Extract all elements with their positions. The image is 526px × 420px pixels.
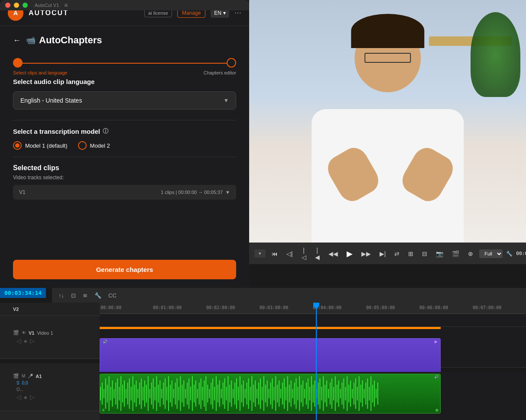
svg-rect-18 <box>131 387 132 400</box>
select-tool[interactable]: ⊡ <box>69 291 78 300</box>
svg-rect-93 <box>258 383 259 405</box>
svg-rect-7 <box>112 381 113 407</box>
glasses <box>364 53 411 63</box>
video-frame <box>249 0 526 242</box>
svg-rect-123 <box>309 387 310 400</box>
svg-rect-6 <box>110 387 111 400</box>
v2-track-content <box>100 314 526 327</box>
v1-track-content: ▶ 🔊 <box>100 327 526 368</box>
slip-tool[interactable]: ≋ <box>81 291 90 300</box>
svg-rect-52 <box>188 378 189 409</box>
safe-area-button[interactable]: ⊕ <box>465 249 476 259</box>
svg-rect-65 <box>211 383 211 405</box>
svg-rect-157 <box>367 378 368 409</box>
go-to-start-button[interactable]: |◀ <box>312 245 322 262</box>
svg-rect-50 <box>185 389 186 398</box>
svg-rect-100 <box>270 383 271 405</box>
svg-rect-59 <box>201 378 201 409</box>
play-button[interactable]: ▶ <box>344 247 355 260</box>
step-back-button[interactable]: |◁ <box>299 245 309 262</box>
svg-rect-2 <box>104 389 104 398</box>
model1-option[interactable]: Model 1 (default) <box>13 141 68 150</box>
settings-icon[interactable]: 🔧 <box>506 251 513 257</box>
svg-rect-154 <box>362 381 363 407</box>
audio-end-marker: ⊞ <box>435 408 438 412</box>
svg-rect-162 <box>376 389 377 398</box>
clip-audio-icon: 🔊 <box>103 339 107 344</box>
multicam-button[interactable]: ⊞ <box>406 249 416 259</box>
divider-2 <box>13 157 236 157</box>
model2-option[interactable]: Model 2 <box>78 141 110 150</box>
svg-rect-30 <box>151 383 152 405</box>
window-chrome: AutoCut V1 ≡ <box>0 0 249 10</box>
svg-rect-62 <box>205 376 206 411</box>
generate-chapters-button[interactable]: Generate chapters <box>13 260 236 279</box>
snapshot-button[interactable]: 📷 <box>433 249 446 259</box>
back-button[interactable]: ← <box>13 36 21 45</box>
caption-tool[interactable]: CC <box>106 291 119 300</box>
rewind-button[interactable]: ◀◀ <box>326 249 341 259</box>
page-header: ← 📹 AutoChapters <box>13 35 236 46</box>
mark-in-button[interactable]: ⏮ <box>269 249 280 259</box>
window-menu-icon[interactable]: ≡ <box>64 2 68 9</box>
svg-rect-119 <box>302 381 303 407</box>
next-keyframe-icon[interactable]: ▷ <box>30 337 35 344</box>
svg-rect-55 <box>194 384 195 402</box>
go-to-end-button[interactable]: ▶| <box>377 249 389 259</box>
svg-rect-146 <box>348 384 349 402</box>
svg-rect-131 <box>323 376 324 411</box>
stepper-label-2: Chapters editor <box>204 70 236 75</box>
playhead[interactable] <box>316 303 317 420</box>
svg-rect-64 <box>209 389 210 398</box>
svg-rect-139 <box>337 384 338 402</box>
svg-rect-104 <box>277 384 278 402</box>
ruler-mark-6: 00:06:00:00 <box>419 305 448 310</box>
svg-rect-105 <box>279 381 279 407</box>
model1-radio[interactable] <box>13 141 22 150</box>
svg-rect-150 <box>355 378 356 409</box>
wrench-tool[interactable]: 🔧 <box>92 291 104 300</box>
s-value: 0,0 <box>22 381 28 385</box>
video-preview <box>249 0 526 242</box>
minimize-button[interactable] <box>14 3 19 8</box>
audio-clip[interactable]: 🔊 ① ⊞ <box>100 374 441 414</box>
close-button[interactable] <box>5 3 10 8</box>
eye-icon[interactable]: 👁 <box>22 330 26 335</box>
svg-rect-89 <box>251 376 252 411</box>
clip-top-bar <box>100 327 441 329</box>
export-frame-button[interactable]: 🎬 <box>449 249 462 259</box>
fast-forward-button[interactable]: ▶▶ <box>359 249 373 259</box>
svg-rect-144 <box>345 387 346 400</box>
prev-keyframe-icon[interactable]: ◁ <box>16 337 21 344</box>
window-title: AutoCut V1 <box>35 3 59 8</box>
ripple-tool[interactable]: ↑↓ <box>56 291 66 300</box>
language-dropdown[interactable]: English - United States ▼ <box>13 91 236 110</box>
svg-rect-75 <box>227 376 228 411</box>
maximize-button[interactable] <box>23 3 28 8</box>
svg-rect-73 <box>224 378 225 409</box>
model2-radio[interactable] <box>78 141 87 150</box>
svg-rect-153 <box>360 384 361 402</box>
svg-rect-152 <box>359 376 360 411</box>
svg-rect-140 <box>338 381 339 407</box>
clip-chevron[interactable]: ▼ <box>225 190 230 195</box>
compare-button[interactable]: ⊟ <box>419 249 430 259</box>
viewer-dropdown[interactable]: ▾ <box>254 249 266 258</box>
next-kf-a1[interactable]: ▷ <box>30 394 35 401</box>
quality-selector[interactable]: Full <box>479 249 503 258</box>
loop-button[interactable]: ⇄ <box>392 249 402 259</box>
prev-kf-a1[interactable]: ◁ <box>16 394 21 401</box>
svg-rect-161 <box>374 381 375 407</box>
svg-rect-46 <box>179 387 179 400</box>
info-icon[interactable]: ⓘ <box>103 127 108 135</box>
mute-icon[interactable]: M <box>22 374 25 378</box>
svg-rect-29 <box>149 389 150 398</box>
audio-end-icon: 🔊 <box>434 375 438 379</box>
o-label: O... <box>16 387 23 392</box>
svg-rect-40 <box>168 376 169 411</box>
mic-icon[interactable]: 🎤 <box>28 374 33 378</box>
prev-edit-button[interactable]: ◁| <box>284 249 295 259</box>
svg-rect-37 <box>163 383 164 405</box>
svg-rect-142 <box>341 383 342 405</box>
timeline-ruler: 00:00:00 00:01:00:00 00:02:00:00 00:03:0… <box>100 303 526 314</box>
